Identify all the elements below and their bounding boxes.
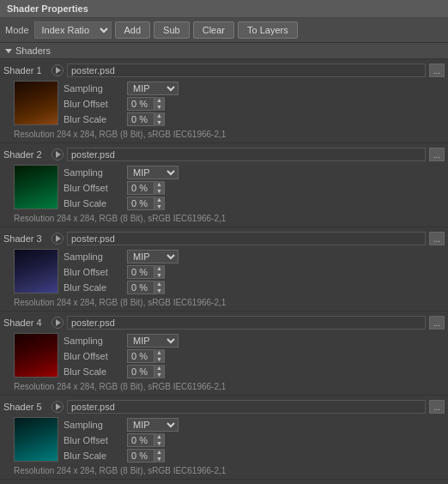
shader-filename-2: poster.psd [71, 149, 115, 160]
blur-scale-up-2[interactable]: ▲ [154, 197, 164, 203]
blur-scale-down-5[interactable]: ▼ [154, 456, 164, 463]
blur-scale-spinner-2: 0 % ▲ ▼ [127, 197, 165, 210]
shader-dots-btn-2[interactable]: ... [429, 148, 445, 161]
shader-file-bar-3: poster.psd [67, 232, 426, 245]
blur-scale-spinner-1: 0 % ▲ ▼ [127, 112, 165, 126]
resolution-text-1: Resolution 284 x 284, RGB (8 Bit), sRGB … [14, 130, 226, 139]
mode-select[interactable]: Index Ratio [34, 21, 112, 39]
blur-offset-spinbtns-1: ▲ ▼ [154, 97, 164, 111]
blur-offset-spinner-4: 0 % ▲ ▼ [127, 349, 165, 363]
resolution-text-3: Resolution 284 x 284, RGB (8 Bit), sRGB … [14, 298, 226, 307]
add-button[interactable]: Add [115, 21, 151, 39]
blur-offset-down-3[interactable]: ▼ [154, 272, 164, 279]
blur-offset-row-3: Blur Offset 0 % ▲ ▼ [64, 264, 441, 279]
blur-scale-down-4[interactable]: ▼ [154, 372, 164, 378]
shader-play-btn-3[interactable] [51, 233, 64, 245]
blur-scale-label: Blur Scale [64, 451, 124, 461]
resolution-row-2: Resolution 284 x 284, RGB (8 Bit), sRGB … [0, 212, 448, 223]
shader-label-3: Shader 3 [3, 233, 48, 244]
to-layers-button[interactable]: To Layers [238, 21, 298, 39]
blur-offset-spinner-1: 0 % ▲ ▼ [127, 97, 165, 111]
blur-offset-up-5[interactable]: ▲ [154, 433, 164, 440]
blur-offset-value-1: 0 % [128, 99, 154, 109]
shader-dots-btn-5[interactable]: ... [429, 400, 445, 414]
sampling-select-2[interactable]: MIP [127, 166, 179, 179]
play-triangle-icon [56, 403, 61, 410]
sampling-row-2: Sampling MIP [64, 165, 441, 179]
blur-offset-down-2[interactable]: ▼ [154, 188, 164, 195]
blur-scale-label: Blur Scale [64, 114, 124, 124]
blur-offset-up-2[interactable]: ▲ [154, 181, 164, 188]
sampling-label: Sampling [64, 336, 124, 346]
blur-offset-row-2: Blur Offset 0 % ▲ ▼ [64, 180, 441, 195]
sampling-row-4: Sampling MIP [64, 333, 441, 348]
resolution-row-3: Resolution 284 x 284, RGB (8 Bit), sRGB … [0, 296, 448, 307]
shader-label-4: Shader 4 [3, 318, 48, 328]
play-triangle-icon [56, 235, 61, 242]
blur-offset-up-1[interactable]: ▲ [154, 97, 164, 104]
shader-dots-btn-3[interactable]: ... [429, 232, 445, 245]
shader-dots-btn-1[interactable]: ... [429, 64, 445, 77]
blur-scale-down-3[interactable]: ▼ [154, 287, 164, 294]
shader-filename-5: poster.psd [71, 402, 115, 412]
play-triangle-icon [56, 151, 61, 158]
shaders-list: Shader 1 poster.psd ... Sampling MIP [0, 59, 448, 480]
shader-dots-btn-4[interactable]: ... [429, 316, 445, 330]
shader-content-3: Sampling MIP Blur Offset 0 % ▲ ▼ [0, 247, 448, 296]
blur-scale-up-3[interactable]: ▲ [154, 281, 164, 287]
shader-content-5: Sampling MIP Blur Offset 0 % ▲ ▼ [0, 415, 448, 464]
shader-block-2: Shader 2 poster.psd ... Sampling MIP [0, 143, 448, 227]
blur-scale-row-1: Blur Scale 0 % ▲ ▼ [64, 112, 441, 126]
resolution-text-5: Resolution 284 x 284, RGB (8 Bit), sRGB … [14, 466, 226, 475]
blur-offset-down-5[interactable]: ▼ [154, 440, 164, 447]
blur-scale-value-3: 0 % [128, 282, 154, 293]
shader-header-2: Shader 2 poster.psd ... [0, 146, 448, 163]
resolution-row-5: Resolution 284 x 284, RGB (8 Bit), sRGB … [0, 464, 448, 475]
shader-props-5: Sampling MIP Blur Offset 0 % ▲ ▼ [64, 417, 441, 463]
sampling-select-5[interactable]: MIP [127, 418, 179, 432]
shader-play-btn-1[interactable] [51, 64, 64, 76]
blur-scale-value-1: 0 % [128, 114, 154, 124]
blur-scale-spinbtns-3: ▲ ▼ [154, 281, 164, 294]
sub-button[interactable]: Sub [154, 21, 190, 39]
shader-file-bar-4: poster.psd [67, 316, 426, 330]
shader-thumbnail-2 [14, 165, 58, 209]
sampling-label: Sampling [64, 420, 124, 430]
clear-button[interactable]: Clear [193, 21, 234, 39]
blur-offset-down-1[interactable]: ▼ [154, 104, 164, 111]
thumbnail-image-5 [15, 418, 58, 461]
blur-scale-up-1[interactable]: ▲ [154, 112, 164, 119]
shader-header-4: Shader 4 poster.psd ... [0, 314, 448, 331]
blur-offset-down-4[interactable]: ▼ [154, 356, 164, 363]
shader-play-btn-2[interactable] [51, 148, 64, 160]
blur-offset-spinner-3: 0 % ▲ ▼ [127, 265, 165, 279]
blur-scale-down-1[interactable]: ▼ [154, 119, 164, 126]
blur-offset-up-4[interactable]: ▲ [154, 349, 164, 356]
shader-label-5: Shader 5 [3, 402, 48, 412]
sampling-row-1: Sampling MIP [64, 81, 441, 95]
shader-play-btn-4[interactable] [51, 317, 64, 329]
toolbar: Mode Index Ratio Add Sub Clear To Layers [0, 18, 448, 43]
thumbnail-image-3 [15, 250, 58, 293]
sampling-select-3[interactable]: MIP [127, 250, 179, 263]
title-bar: Shader Properties [0, 0, 448, 18]
blur-offset-value-2: 0 % [128, 183, 154, 193]
sampling-select-1[interactable]: MIP [127, 82, 179, 95]
blur-scale-up-4[interactable]: ▲ [154, 365, 164, 372]
blur-offset-up-3[interactable]: ▲ [154, 265, 164, 272]
sampling-select-4[interactable]: MIP [127, 334, 179, 348]
blur-scale-down-2[interactable]: ▼ [154, 203, 164, 210]
shader-props-4: Sampling MIP Blur Offset 0 % ▲ ▼ [64, 333, 441, 378]
blur-offset-spinbtns-5: ▲ ▼ [154, 433, 164, 447]
shader-block-4: Shader 4 poster.psd ... Sampling MIP [0, 312, 448, 396]
thumbnail-image-4 [15, 334, 58, 377]
blur-offset-label: Blur Offset [64, 99, 124, 109]
blur-scale-up-5[interactable]: ▲ [154, 449, 164, 456]
shader-play-btn-5[interactable] [51, 401, 64, 413]
blur-scale-spinbtns-5: ▲ ▼ [154, 449, 164, 463]
shaders-header[interactable]: Shaders [0, 43, 448, 59]
shader-block-1: Shader 1 poster.psd ... Sampling MIP [0, 59, 448, 143]
thumbnail-image-1 [15, 82, 58, 124]
resolution-text-2: Resolution 284 x 284, RGB (8 Bit), sRGB … [14, 214, 226, 223]
shaders-label: Shaders [15, 45, 51, 56]
